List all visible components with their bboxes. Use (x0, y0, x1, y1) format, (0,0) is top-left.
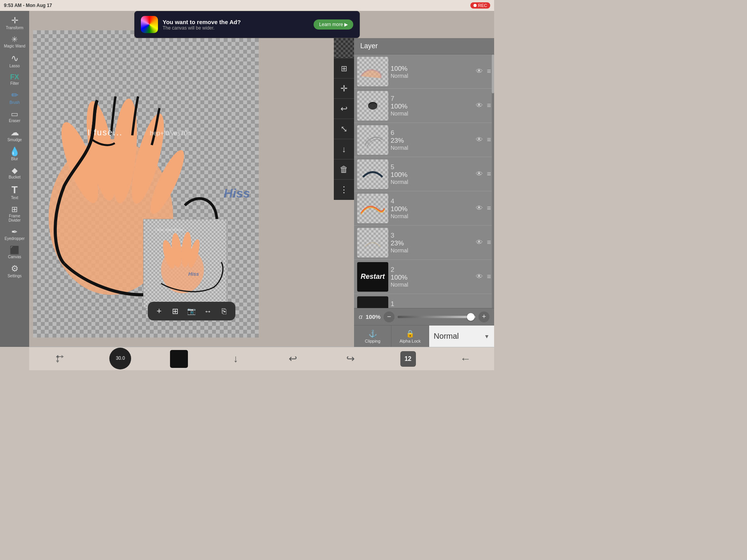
checkerboard-button[interactable] (334, 38, 354, 58)
brush-label: Brush (9, 100, 19, 105)
layer-thumbnail (357, 125, 388, 155)
svg-text:I fuse...: I fuse... (88, 128, 123, 137)
add-layer-button[interactable]: + (152, 304, 166, 318)
blur-label: Blur (11, 157, 18, 161)
scroll-down-button[interactable]: ↓ (226, 349, 245, 369)
layer-row[interactable]: 1 100% Normal 👁 ≡ (354, 294, 494, 308)
tool-text[interactable]: T Text (1, 182, 28, 202)
layer-menu-icon[interactable]: ≡ (487, 102, 491, 110)
layer-opacity: 23% (391, 137, 473, 145)
mirror-button[interactable]: ↔ (201, 304, 215, 318)
left-toolbar: ✛ Transform ✳ Magic Wand ∿ Lasso FX Filt… (0, 11, 29, 347)
layer-row[interactable]: 7 100% Normal 👁 ≡ (354, 89, 494, 123)
tool-brush[interactable]: ✏ Brush (1, 89, 28, 107)
tool-transform[interactable]: ✛ Transform (1, 14, 28, 32)
layer-row[interactable]: 5 100% Normal 👁 ≡ (354, 157, 494, 191)
tool-blur[interactable]: 💧 Blur (1, 145, 28, 163)
brush-size-button[interactable]: 30.0 (109, 348, 132, 370)
layer-row[interactable]: 4 100% Normal 👁 ≡ (354, 191, 494, 226)
bottom-toolbar: 30.0 ↓ ↩ ↪ 12 ← (29, 347, 494, 370)
ad-learn-more-button[interactable]: Learn more ▶ (314, 19, 353, 30)
layer-menu-icon[interactable]: ≡ (487, 170, 491, 178)
layers-list[interactable]: 100% Normal 👁 ≡ 7 100% Normal 👁 ≡ (354, 54, 494, 308)
layer-number: 2 (391, 266, 473, 274)
alpha-plus-button[interactable]: + (479, 312, 489, 322)
tool-magic-wand[interactable]: ✳ Magic Wand (1, 33, 28, 51)
layer-row[interactable]: 6 23% Normal 👁 ≡ (354, 123, 494, 157)
layer-row[interactable]: 100% Normal 👁 ≡ (354, 54, 494, 89)
tool-smudge[interactable]: ☁ Smudge (1, 126, 28, 144)
layer-info: 100% Normal (391, 64, 473, 79)
layer-menu-icon[interactable]: ≡ (487, 307, 491, 308)
tool-lasso[interactable]: ∿ Lasso (1, 51, 28, 70)
alpha-slider-knob[interactable] (467, 313, 475, 321)
filter-icon: FX (10, 74, 19, 80)
color-swatch[interactable] (170, 350, 188, 368)
alpha-lock-button[interactable]: 🔒 Alpha Lock (391, 326, 429, 347)
duplicate-button[interactable]: ⊞ (168, 304, 182, 318)
transform-arrows-button[interactable] (48, 349, 72, 369)
mini-canvas-toolbar: + ⊞ 📷 ↔ ⎘ (148, 302, 235, 320)
layer-menu-icon[interactable]: ≡ (487, 204, 491, 212)
fit-button[interactable]: ⤡ (334, 119, 354, 139)
blend-mode-value: Normal (434, 332, 459, 341)
layer-visibility-toggle[interactable]: 👁 (476, 170, 483, 178)
record-button[interactable]: REC (470, 2, 490, 9)
layer-visibility-toggle[interactable]: 👁 (476, 102, 483, 110)
import-button[interactable]: ⎘ (217, 304, 231, 318)
back-button[interactable]: ← (456, 349, 475, 369)
layer-blend: Normal (391, 73, 473, 79)
layer-blend: Normal (391, 110, 473, 117)
status-right: REC (470, 2, 490, 9)
layer-number: 3 (391, 232, 473, 240)
export-button[interactable]: ↓ (334, 139, 354, 159)
alpha-minus-button[interactable]: − (384, 312, 395, 322)
layer-visibility-toggle[interactable]: 👁 (476, 307, 483, 308)
layer-visibility-toggle[interactable]: 👁 (476, 273, 483, 281)
eraser-label: Eraser (9, 119, 20, 123)
tool-bucket[interactable]: ◆ Bucket (1, 164, 28, 182)
ad-banner: You want to remove the Ad? The canvas wi… (134, 11, 360, 38)
undo-right-button[interactable]: ↩ (334, 99, 354, 119)
tool-filter[interactable]: FX Filter (1, 71, 28, 88)
scrollbar-thumb[interactable] (492, 54, 494, 93)
layer-number: 5 (391, 163, 473, 171)
layer-row[interactable]: Restart 2 100% Normal 👁 ≡ (354, 260, 494, 294)
move-button[interactable]: ✛ (334, 79, 354, 99)
eraser-icon: ▭ (11, 110, 18, 118)
alpha-slider[interactable] (398, 316, 475, 318)
layer-visibility-toggle[interactable]: 👁 (476, 238, 483, 247)
blend-mode-dropdown[interactable]: Normal ▼ (429, 326, 494, 347)
clipping-button[interactable]: ⚓ Clipping (354, 326, 391, 347)
layer-thumbnail (357, 91, 388, 121)
layer-blend: Normal (391, 282, 473, 288)
undo-button[interactable]: ↩ (283, 349, 303, 369)
filter-label: Filter (10, 81, 19, 86)
layer-menu-icon[interactable]: ≡ (487, 273, 491, 281)
magic-wand-icon: ✳ (11, 35, 18, 43)
more-button[interactable]: ⋮ (334, 180, 354, 200)
tool-eyedropper[interactable]: ✒ Eyedropper (1, 226, 28, 243)
tool-eraser[interactable]: ▭ Eraser (1, 108, 28, 125)
layer-info: 7 100% Normal (391, 95, 473, 117)
grid-button[interactable]: ⊞ (334, 58, 354, 79)
layer-menu-icon[interactable]: ≡ (487, 67, 491, 75)
layer-visibility-toggle[interactable]: 👁 (476, 67, 483, 75)
layer-row[interactable]: 3 23% Normal 👁 ≡ (354, 226, 494, 260)
tool-canvas[interactable]: ⬛ Canvas (1, 244, 28, 261)
layers-count-button[interactable]: 12 (398, 349, 418, 369)
layer-opacity: 100% (391, 65, 473, 73)
layer-menu-icon[interactable]: ≡ (487, 238, 491, 247)
tool-settings[interactable]: ⚙ Settings (1, 262, 28, 280)
tool-frame-divider[interactable]: ⊞ Frame Divider (1, 203, 28, 225)
layer-thumb-artwork (357, 228, 388, 257)
delete-button[interactable]: 🗑 (334, 159, 354, 180)
layer-blend: Normal (391, 213, 473, 219)
layer-visibility-toggle[interactable]: 👁 (476, 204, 483, 212)
layer-menu-icon[interactable]: ≡ (487, 136, 491, 144)
layer-thumb-artwork (357, 57, 388, 86)
layer-visibility-toggle[interactable]: 👁 (476, 136, 483, 144)
svg-text:I fuse. hep+f0/ues...: I fuse. hep+f0/ues... (155, 228, 186, 232)
redo-button[interactable]: ↪ (341, 349, 360, 369)
camera-button[interactable]: 📷 (184, 304, 198, 318)
